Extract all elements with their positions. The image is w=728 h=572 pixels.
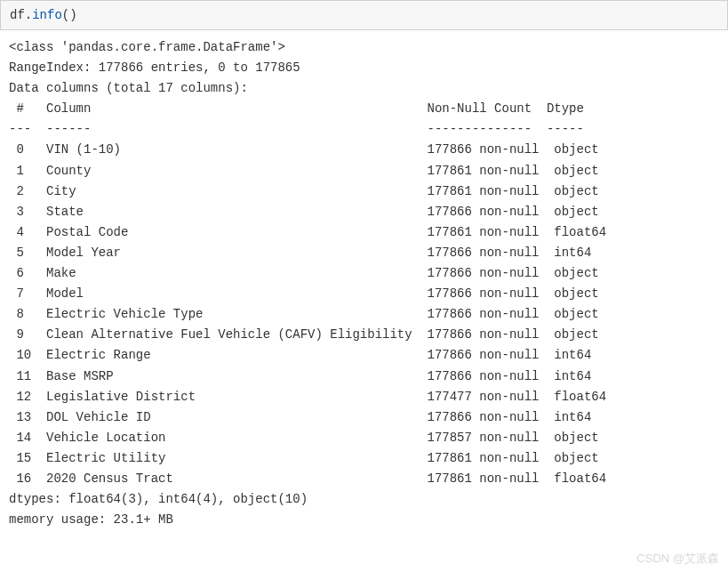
sep-dt: ----- <box>540 122 599 136</box>
code-method: info <box>32 8 62 22</box>
code-input-cell[interactable]: df.info() <box>0 0 728 30</box>
table-rows: 0 VIN (1-10) 177866 non-null object 1 Co… <box>9 142 606 486</box>
header-col: Column <box>39 101 420 116</box>
data-columns-line: Data columns (total 17 columns): <box>9 81 248 95</box>
range-index-line: RangeIndex: 177866 entries, 0 to 177865 <box>9 60 300 75</box>
output-area: <class 'pandas.core.frame.DataFrame'> Ra… <box>0 30 728 537</box>
sep-col: ------ <box>39 122 420 136</box>
sep-idx: --- <box>9 122 39 136</box>
header-idx: # <box>9 101 39 116</box>
header-nn: Non-Null Count <box>420 101 539 116</box>
dtypes-line: dtypes: float64(3), int64(4), object(10) <box>9 492 308 506</box>
header-dt: Dtype <box>540 101 599 116</box>
code-parens: () <box>62 8 77 22</box>
memory-line: memory usage: 23.1+ MB <box>9 512 173 527</box>
class-line: <class 'pandas.core.frame.DataFrame'> <box>9 40 285 54</box>
code-object: df. <box>10 8 32 22</box>
watermark: CSDN @艾派森 <box>636 551 719 567</box>
sep-nn: -------------- <box>420 122 539 136</box>
